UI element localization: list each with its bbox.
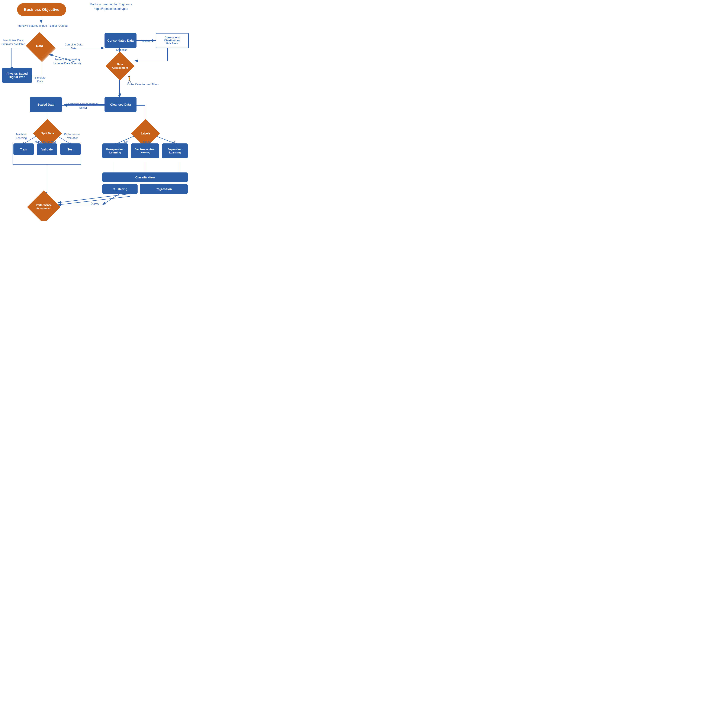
visualize-label: Visualize	[138, 39, 155, 43]
regression-node: Regression	[140, 184, 188, 194]
consolidated-data-node: Consolidated Data	[105, 33, 137, 48]
performance-eval-label: Performance Evaluation	[62, 132, 82, 140]
scaled-data-node: Scaled Data	[30, 97, 62, 112]
combine-data-label: Combine Data Sets	[63, 43, 84, 50]
data-diamond: Data	[26, 32, 53, 59]
performance-assessment-diamond: Performance Assessment	[27, 191, 61, 221]
feature-engineering-label: Feature Engineering Increase Data Divers…	[50, 58, 84, 65]
person-icon-area: 🚶 Outlier Detection and Filters	[126, 76, 160, 86]
machine-learning-label: Machine Learning	[12, 132, 31, 140]
unsupervised-node: Unsupervised Learning	[102, 143, 128, 158]
business-objective-node: Business Objective	[17, 3, 66, 16]
correlations-node: Correlations Distributions Pair Plots	[156, 33, 189, 48]
physics-based-node: Physics-Based Digital Twin	[2, 68, 32, 83]
clustering-node: Clustering	[102, 184, 138, 194]
yes-label: Yes	[169, 140, 178, 144]
insufficient-data-label: Insufficient Data Simulator Available	[0, 38, 26, 46]
svg-line-36	[58, 194, 130, 203]
header-title: Machine Learning for Engineers https://a…	[81, 2, 141, 11]
semi-supervised-node: Semi-supervised Learning	[131, 143, 159, 158]
supervised-node: Supervised Learning	[162, 143, 188, 158]
classification-node: Classification	[102, 172, 188, 182]
standard-scaler-label: Standard Scaler Minmax Scaler	[66, 102, 100, 110]
diagram: Machine Learning for Engineers https://a…	[0, 0, 213, 221]
train-node: Train	[13, 143, 34, 155]
identify-features-label: Identify Features (Inputs), Label (Outpu…	[11, 24, 75, 28]
partial-label: Partial	[141, 140, 154, 144]
cleansed-data-node: Cleansed Data	[105, 97, 137, 112]
statistics-label: Statistics	[113, 48, 130, 52]
simulate-data-label: Simulate Data	[32, 76, 49, 83]
deploy-label: Deploy	[88, 202, 102, 205]
validate-node: Validate	[37, 143, 57, 155]
test-node: Test	[61, 143, 81, 155]
no-label: No	[121, 140, 131, 144]
